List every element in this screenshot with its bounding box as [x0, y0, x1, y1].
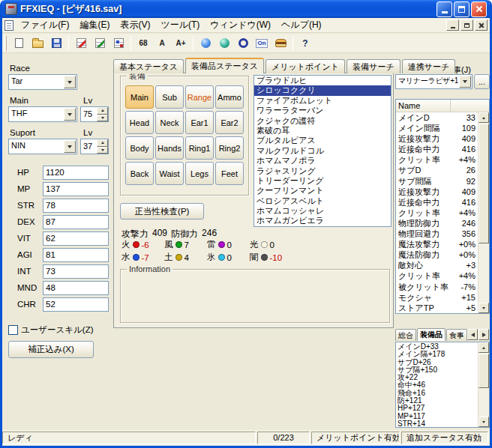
- maximize-button[interactable]: [454, 1, 470, 17]
- result-item[interactable]: メインD+33: [396, 343, 478, 351]
- status-row[interactable]: 近接命中力 416: [396, 197, 478, 208]
- edit-green-button[interactable]: [91, 34, 109, 52]
- calculator-button[interactable]: [110, 34, 128, 52]
- font-large-button[interactable]: A+: [172, 34, 190, 52]
- scroll-down-button[interactable]: [478, 417, 489, 427]
- equip-slot-button[interactable]: Waist: [155, 162, 184, 185]
- list-item[interactable]: シロッコククリ: [254, 85, 391, 95]
- mdi-restore-button[interactable]: [460, 19, 473, 31]
- status-row[interactable]: サブ間隔 92: [396, 176, 478, 187]
- list-item[interactable]: 素破の耳: [254, 126, 391, 136]
- scroll-up-button[interactable]: [478, 342, 489, 353]
- tab[interactable]: メリットポイント: [266, 59, 345, 73]
- save-button[interactable]: [47, 34, 65, 52]
- list-item[interactable]: クーフリンマント: [254, 186, 391, 196]
- result-item[interactable]: 命中+46: [396, 381, 478, 389]
- race-select[interactable]: Tar: [8, 74, 77, 90]
- help-button[interactable]: ?: [296, 34, 314, 52]
- menu-item[interactable]: ツール(T): [155, 18, 205, 32]
- minimize-button[interactable]: [436, 1, 452, 17]
- result-item[interactable]: サブD+26: [396, 359, 478, 366]
- list-item[interactable]: ブラウドルヒ: [254, 76, 391, 85]
- result-item[interactable]: 攻+22: [396, 374, 478, 381]
- list-item[interactable]: マルクワルドコル: [254, 146, 391, 156]
- scrollbar-thumb[interactable]: [478, 124, 489, 243]
- document-icon[interactable]: [4, 20, 14, 31]
- new-file-button[interactable]: [10, 34, 28, 52]
- result-item[interactable]: HP+127: [396, 405, 478, 412]
- stat-input[interactable]: [43, 199, 109, 213]
- equip-slot-button[interactable]: Range: [185, 85, 214, 109]
- list-item[interactable]: ベロシアスベルト: [254, 196, 391, 206]
- food-select[interactable]: マリナーラピザ+1: [395, 74, 472, 89]
- stat-input[interactable]: [43, 215, 109, 229]
- status-row[interactable]: 魔法防御力 +0%: [396, 249, 478, 260]
- list-item[interactable]: トリーダーリング: [254, 176, 391, 186]
- spin-up-button[interactable]: [97, 107, 108, 115]
- result-item[interactable]: MP+117: [396, 413, 478, 420]
- scrollbar-thumb[interactable]: [478, 354, 489, 388]
- correction-button[interactable]: 補正込み(X): [8, 341, 94, 358]
- equip-slot-button[interactable]: Back: [125, 162, 154, 185]
- mdi-close-button[interactable]: [475, 19, 488, 31]
- stat-input[interactable]: [43, 182, 109, 196]
- list-item[interactable]: クジャクの護符: [254, 116, 391, 126]
- food-more-button[interactable]: ...: [474, 74, 490, 89]
- stat-input[interactable]: [43, 297, 109, 312]
- support-job-select[interactable]: NIN: [8, 139, 77, 154]
- status-row[interactable]: 近接攻撃力 409: [396, 187, 478, 197]
- list-item[interactable]: ファイアボムレット: [254, 96, 391, 106]
- result-item[interactable]: STR+14: [396, 420, 478, 427]
- menu-item[interactable]: ウィンドウ(W): [205, 18, 276, 32]
- equip-slot-button[interactable]: Hands: [155, 136, 184, 160]
- equip-slot-button[interactable]: Sub: [155, 85, 184, 109]
- tab-scroll-right-button[interactable]: [478, 329, 489, 340]
- main-job-select[interactable]: THF: [8, 106, 77, 122]
- equip-slot-button[interactable]: Body: [125, 136, 154, 160]
- status-row[interactable]: 物理回避力 356: [396, 228, 478, 239]
- result-tab[interactable]: 装備品: [417, 328, 446, 341]
- status-row[interactable]: 敵対心 +3: [396, 260, 478, 270]
- on-toggle-button[interactable]: On: [253, 34, 271, 52]
- tab[interactable]: 連携サーチ: [402, 59, 456, 73]
- list-item[interactable]: ラジャスリング: [254, 166, 391, 176]
- equip-slot-button[interactable]: Ring2: [215, 136, 244, 160]
- open-file-button[interactable]: [28, 34, 46, 52]
- status-row[interactable]: クリット率 +4%: [396, 154, 478, 165]
- spin-down-button[interactable]: [97, 147, 108, 154]
- equip-slot-button[interactable]: Ring1: [185, 136, 214, 160]
- status-row[interactable]: 被クリット率 -7%: [396, 282, 478, 292]
- teal-orb-button[interactable]: [215, 34, 233, 52]
- status-row[interactable]: メイン間隔 109: [396, 123, 478, 133]
- equip-slot-button[interactable]: Head: [125, 111, 154, 134]
- tab[interactable]: 基本ステータス: [113, 59, 184, 73]
- result-tab[interactable]: 総合: [395, 329, 416, 341]
- font-button[interactable]: A: [153, 34, 171, 52]
- mdi-minimize-button[interactable]: [446, 19, 459, 31]
- scrollbar[interactable]: [478, 342, 489, 427]
- result-item[interactable]: メイン隔+178: [396, 351, 478, 358]
- menu-item[interactable]: ヘルプ(H): [276, 18, 327, 32]
- stat-input[interactable]: [43, 231, 109, 246]
- result-item[interactable]: 飛命+16: [396, 390, 478, 397]
- equip-slot-button[interactable]: Main: [125, 85, 154, 109]
- ring-button[interactable]: [234, 34, 252, 52]
- status-row[interactable]: ストアTP +5: [396, 303, 478, 313]
- status-row[interactable]: 近接命中力 416: [396, 144, 478, 154]
- blue-orb-button[interactable]: [196, 34, 214, 52]
- spin-down-button[interactable]: [97, 115, 108, 122]
- list-item[interactable]: ブルタルピアス: [254, 136, 391, 145]
- status-row[interactable]: 物理防御力 246: [396, 218, 478, 228]
- tab[interactable]: 装備サーチ: [346, 59, 400, 73]
- result-item[interactable]: 防+121: [396, 397, 478, 405]
- status-row[interactable]: クリット率 +4%: [396, 208, 478, 218]
- tab[interactable]: 装備品ステータス: [185, 58, 264, 73]
- stat-input[interactable]: [43, 248, 109, 262]
- list-item[interactable]: ワラーラターバン: [254, 106, 391, 115]
- dropdown-arrow-button[interactable]: [64, 76, 76, 88]
- dropdown-arrow-button[interactable]: [64, 140, 76, 153]
- menu-item[interactable]: ファイル(F): [16, 18, 74, 32]
- status-row[interactable]: サブD 26: [396, 165, 478, 175]
- result-item[interactable]: サブ隔+150: [396, 366, 478, 374]
- edit-red-button[interactable]: [72, 34, 90, 52]
